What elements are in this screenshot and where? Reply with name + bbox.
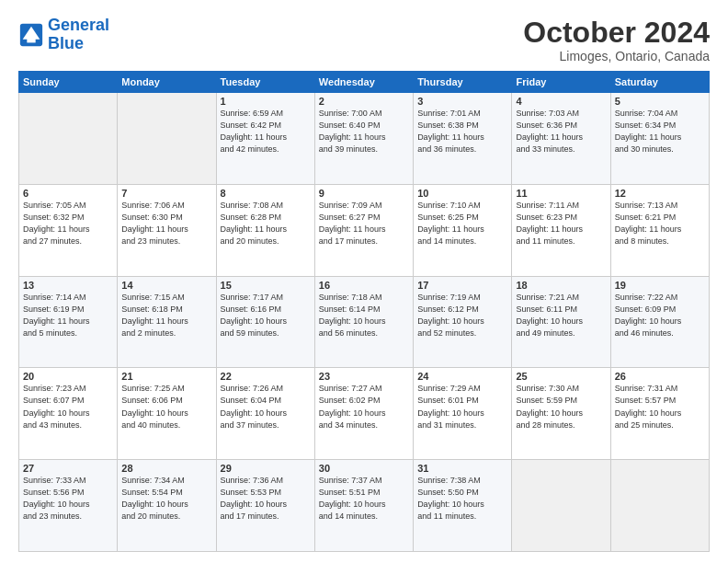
calendar-cell: 22Sunrise: 7:26 AMSunset: 6:04 PMDayligh… [216, 368, 314, 460]
calendar-cell: 8Sunrise: 7:08 AMSunset: 6:28 PMDaylight… [216, 184, 314, 276]
logo: General Blue [18, 17, 109, 53]
calendar-cell [512, 460, 610, 552]
day-info: Sunrise: 7:05 AMSunset: 6:32 PMDaylight:… [23, 200, 113, 247]
day-number: 18 [516, 280, 606, 291]
calendar-cell: 28Sunrise: 7:34 AMSunset: 5:54 PMDayligh… [118, 460, 216, 552]
calendar-cell: 20Sunrise: 7:23 AMSunset: 6:07 PMDayligh… [19, 368, 118, 460]
day-number: 10 [417, 188, 507, 199]
day-number: 8 [221, 188, 311, 199]
calendar-day-header: Friday [512, 72, 610, 93]
calendar-cell: 11Sunrise: 7:11 AMSunset: 6:23 PMDayligh… [512, 184, 610, 276]
day-number: 22 [221, 371, 311, 382]
calendar-cell: 10Sunrise: 7:10 AMSunset: 6:25 PMDayligh… [414, 184, 512, 276]
day-number: 21 [121, 371, 211, 382]
day-info: Sunrise: 7:26 AMSunset: 6:04 PMDaylight:… [221, 383, 311, 431]
day-info: Sunrise: 7:31 AMSunset: 5:57 PMDaylight:… [615, 383, 705, 431]
calendar-cell: 16Sunrise: 7:18 AMSunset: 6:14 PMDayligh… [314, 276, 413, 368]
calendar-day-header: Tuesday [216, 72, 314, 93]
month-title: October 2024 [523, 17, 710, 49]
day-number: 20 [23, 371, 113, 382]
calendar-week-row: 13Sunrise: 7:14 AMSunset: 6:19 PMDayligh… [19, 276, 710, 368]
calendar-cell: 3Sunrise: 7:01 AMSunset: 6:38 PMDaylight… [414, 93, 512, 185]
day-number: 16 [319, 280, 409, 291]
calendar-cell [118, 93, 216, 185]
day-info: Sunrise: 7:25 AMSunset: 6:06 PMDaylight:… [121, 383, 211, 431]
day-info: Sunrise: 7:01 AMSunset: 6:38 PMDaylight:… [417, 108, 507, 155]
day-info: Sunrise: 7:21 AMSunset: 6:11 PMDaylight:… [516, 292, 606, 339]
day-info: Sunrise: 7:29 AMSunset: 6:01 PMDaylight:… [417, 383, 507, 431]
day-info: Sunrise: 6:59 AMSunset: 6:42 PMDaylight:… [221, 108, 311, 155]
calendar-day-header: Sunday [19, 72, 118, 93]
day-info: Sunrise: 7:33 AMSunset: 5:56 PMDaylight:… [23, 475, 113, 523]
day-info: Sunrise: 7:14 AMSunset: 6:19 PMDaylight:… [23, 292, 113, 339]
day-number: 11 [516, 188, 606, 199]
day-number: 12 [615, 188, 705, 199]
calendar-cell: 14Sunrise: 7:15 AMSunset: 6:18 PMDayligh… [118, 276, 216, 368]
calendar-cell: 24Sunrise: 7:29 AMSunset: 6:01 PMDayligh… [414, 368, 512, 460]
day-info: Sunrise: 7:30 AMSunset: 5:59 PMDaylight:… [516, 383, 606, 431]
calendar-cell: 6Sunrise: 7:05 AMSunset: 6:32 PMDaylight… [19, 184, 118, 276]
day-number: 13 [23, 280, 113, 291]
day-number: 27 [23, 463, 113, 474]
location: Limoges, Ontario, Canada [523, 49, 710, 63]
calendar-cell: 27Sunrise: 7:33 AMSunset: 5:56 PMDayligh… [19, 460, 118, 552]
day-number: 6 [23, 188, 113, 199]
day-number: 5 [615, 96, 705, 107]
day-number: 29 [221, 463, 311, 474]
calendar-cell: 18Sunrise: 7:21 AMSunset: 6:11 PMDayligh… [512, 276, 610, 368]
title-block: October 2024 Limoges, Ontario, Canada [523, 17, 710, 63]
calendar-day-header: Wednesday [314, 72, 413, 93]
calendar-cell: 5Sunrise: 7:04 AMSunset: 6:34 PMDaylight… [610, 93, 709, 185]
day-number: 24 [417, 371, 507, 382]
day-info: Sunrise: 7:27 AMSunset: 6:02 PMDaylight:… [319, 383, 409, 431]
calendar-cell [610, 460, 709, 552]
logo-text: General Blue [48, 17, 109, 53]
calendar-cell: 1Sunrise: 6:59 AMSunset: 6:42 PMDaylight… [216, 93, 314, 185]
day-info: Sunrise: 7:17 AMSunset: 6:16 PMDaylight:… [221, 292, 311, 339]
day-info: Sunrise: 7:03 AMSunset: 6:36 PMDaylight:… [516, 108, 606, 155]
day-info: Sunrise: 7:34 AMSunset: 5:54 PMDaylight:… [121, 475, 211, 523]
day-number: 9 [319, 188, 409, 199]
day-number: 2 [319, 96, 409, 107]
calendar-cell [19, 93, 118, 185]
calendar-cell: 26Sunrise: 7:31 AMSunset: 5:57 PMDayligh… [610, 368, 709, 460]
day-info: Sunrise: 7:09 AMSunset: 6:27 PMDaylight:… [319, 200, 409, 247]
calendar-table: SundayMondayTuesdayWednesdayThursdayFrid… [18, 71, 710, 552]
day-number: 4 [516, 96, 606, 107]
calendar-cell: 15Sunrise: 7:17 AMSunset: 6:16 PMDayligh… [216, 276, 314, 368]
day-number: 30 [319, 463, 409, 474]
calendar-cell: 12Sunrise: 7:13 AMSunset: 6:21 PMDayligh… [610, 184, 709, 276]
calendar-cell: 21Sunrise: 7:25 AMSunset: 6:06 PMDayligh… [118, 368, 216, 460]
day-number: 26 [615, 371, 705, 382]
day-info: Sunrise: 7:19 AMSunset: 6:12 PMDaylight:… [417, 292, 507, 339]
day-number: 1 [221, 96, 311, 107]
day-info: Sunrise: 7:18 AMSunset: 6:14 PMDaylight:… [319, 292, 409, 339]
day-info: Sunrise: 7:00 AMSunset: 6:40 PMDaylight:… [319, 108, 409, 155]
day-info: Sunrise: 7:04 AMSunset: 6:34 PMDaylight:… [615, 108, 705, 155]
calendar-cell: 25Sunrise: 7:30 AMSunset: 5:59 PMDayligh… [512, 368, 610, 460]
calendar-cell: 17Sunrise: 7:19 AMSunset: 6:12 PMDayligh… [414, 276, 512, 368]
header: General Blue October 2024 Limoges, Ontar… [18, 17, 710, 63]
svg-rect-2 [27, 38, 35, 43]
day-number: 3 [417, 96, 507, 107]
calendar-cell: 30Sunrise: 7:37 AMSunset: 5:51 PMDayligh… [314, 460, 413, 552]
day-info: Sunrise: 7:08 AMSunset: 6:28 PMDaylight:… [221, 200, 311, 247]
day-number: 28 [121, 463, 211, 474]
day-info: Sunrise: 7:38 AMSunset: 5:50 PMDaylight:… [417, 475, 507, 523]
calendar-cell: 19Sunrise: 7:22 AMSunset: 6:09 PMDayligh… [610, 276, 709, 368]
calendar-cell: 23Sunrise: 7:27 AMSunset: 6:02 PMDayligh… [314, 368, 413, 460]
day-info: Sunrise: 7:23 AMSunset: 6:07 PMDaylight:… [23, 383, 113, 431]
page: General Blue October 2024 Limoges, Ontar… [0, 0, 728, 563]
calendar-cell: 2Sunrise: 7:00 AMSunset: 6:40 PMDaylight… [314, 93, 413, 185]
logo-icon [18, 22, 44, 48]
day-number: 25 [516, 371, 606, 382]
calendar-cell: 9Sunrise: 7:09 AMSunset: 6:27 PMDaylight… [314, 184, 413, 276]
calendar-day-header: Thursday [414, 72, 512, 93]
calendar-cell: 7Sunrise: 7:06 AMSunset: 6:30 PMDaylight… [118, 184, 216, 276]
day-number: 7 [121, 188, 211, 199]
day-number: 19 [615, 280, 705, 291]
day-info: Sunrise: 7:36 AMSunset: 5:53 PMDaylight:… [221, 475, 311, 523]
day-number: 31 [417, 463, 507, 474]
day-number: 14 [121, 280, 211, 291]
calendar-week-row: 1Sunrise: 6:59 AMSunset: 6:42 PMDaylight… [19, 93, 710, 185]
